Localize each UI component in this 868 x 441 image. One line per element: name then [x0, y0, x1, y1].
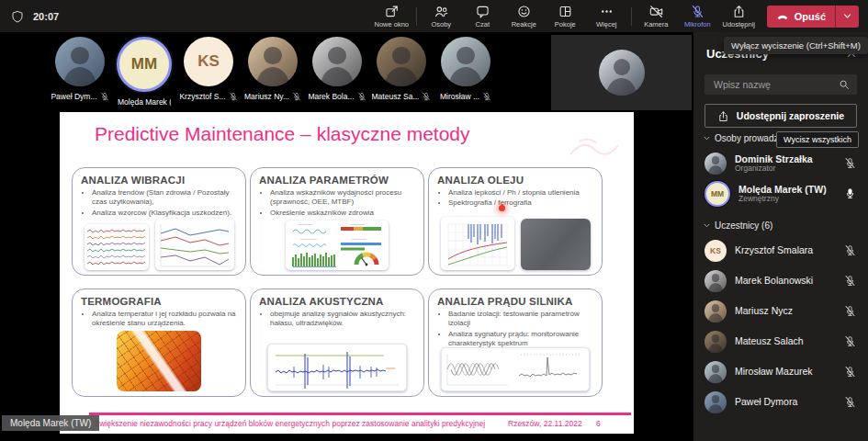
- avatar: [705, 391, 727, 413]
- avatar: [248, 37, 298, 86]
- participant-row-mateusz-salach[interactable]: Mateusz Salach: [693, 327, 868, 356]
- footer-divider: [89, 413, 631, 415]
- mic-off-icon[interactable]: [844, 244, 856, 256]
- avatar-initials: MM: [705, 181, 730, 207]
- box-title: ANALIZA OLEJU: [437, 175, 593, 186]
- participant-name: Mateusz Sa...: [372, 92, 420, 101]
- slide-box-termografia: TERMOGRAFIA Analiza temperatur i jej roz…: [72, 288, 246, 397]
- reactions-button[interactable]: Reakcje: [503, 0, 545, 32]
- avatar: [705, 153, 727, 175]
- search-input[interactable]: [712, 78, 833, 91]
- unmute-tooltip: Wyłącz wyciszenie (Ctrl+Shift+M): [724, 37, 868, 54]
- participant-name: Dominik Strzałka: [735, 153, 813, 164]
- rooms-button[interactable]: Pokoje: [545, 0, 586, 32]
- leave-options-button[interactable]: [835, 6, 859, 28]
- presenter-name-label: Molęda Marek (TW): [2, 415, 99, 431]
- mic-off-icon[interactable]: [844, 335, 856, 347]
- mic-off-icon[interactable]: [844, 275, 856, 287]
- participant-role: Organizator: [735, 164, 813, 174]
- participant-row-moleda-marek[interactable]: MM Molęda Marek (TW) Zewnętrzny: [693, 179, 868, 208]
- participant-row-dominik-strzalka[interactable]: Dominik Strzałka Organizator: [693, 149, 868, 177]
- box-title: TERMOGRAFIA: [81, 296, 237, 307]
- mic-off-icon: [100, 92, 109, 101]
- avatar-initials: MM: [117, 37, 172, 92]
- participant-row-krzysztof-smalara[interactable]: KS Krzysztof Smalara: [693, 236, 868, 265]
- mute-all-button[interactable]: Wycisz wszystkich: [776, 131, 859, 148]
- more-button[interactable]: Więcej: [586, 0, 627, 32]
- camera-off-icon: [649, 5, 663, 18]
- participant-name: Molęda Marek (TW): [738, 184, 827, 195]
- video-tile-krzysztof-smalara[interactable]: KS Krzysztof S...: [176, 37, 241, 107]
- mic-off-icon: [229, 92, 238, 101]
- share-button[interactable]: Udostępnij: [718, 0, 760, 32]
- avatar-initials: KS: [705, 240, 727, 262]
- video-tile-miroslaw-mazurek[interactable]: Mirosław ...: [434, 37, 498, 107]
- video-tile-moleda-marek[interactable]: MM Molęda Marek (...: [112, 37, 176, 107]
- video-tile-pawel-dymora[interactable]: Paweł Dym...: [48, 37, 112, 107]
- participants-panel: Uczestnicy Udostępnij zaproszenie Osoby …: [693, 32, 868, 441]
- avatar-initials: KS: [184, 37, 233, 86]
- search-box: [705, 74, 857, 95]
- mic-off-icon: [482, 92, 491, 101]
- avatar: [312, 37, 362, 86]
- participant-name: Mariusz Nycz: [735, 305, 793, 316]
- participant-row-miroslaw-mazurek[interactable]: Mirosław Mazurek: [693, 357, 868, 386]
- bullet: Analiza wzorców (Klasyfikacja uszkodzeń)…: [92, 209, 237, 218]
- participant-name: Molęda Marek (...: [118, 97, 171, 107]
- slide-box-analiza-oleju: ANALIZA OLEJU Analiza lepkości / Ph / st…: [428, 167, 603, 276]
- more-icon: [600, 5, 614, 18]
- avatar: [377, 37, 426, 86]
- current-signature-image: [441, 347, 590, 391]
- laser-pointer-dot: [499, 205, 505, 211]
- mic-off-icon: [422, 92, 431, 101]
- mic-off-icon[interactable]: [844, 157, 856, 169]
- mic-off-icon: [292, 92, 301, 101]
- participant-name: Paweł Dymora: [735, 396, 797, 407]
- mic-on-icon[interactable]: [844, 187, 856, 199]
- new-window-icon: [385, 5, 399, 18]
- mic-off-icon[interactable]: [844, 366, 856, 378]
- slide-title: Predictive Maintenance – klasyczne metod…: [95, 123, 470, 145]
- avatar: [55, 37, 105, 86]
- participant-row-mariusz-nycz[interactable]: Mariusz Nycz: [693, 297, 868, 325]
- video-tile-marek-bolanowski[interactable]: Marek Bola...: [305, 37, 369, 107]
- box-title: ANALIZA AKUSTYCZNA: [259, 296, 415, 307]
- new-window-button[interactable]: Nowe okno: [371, 0, 412, 32]
- slide-watermark: [567, 132, 631, 164]
- chevron-down-icon: [703, 221, 711, 230]
- slide-box-analiza-pradu-silnika: ANALIZA PRĄDU SILNIKA Badanie izolacji: …: [428, 288, 603, 397]
- search-icon: [839, 79, 850, 90]
- toolbar-divider: [416, 7, 417, 26]
- video-tile-mariusz-nycz[interactable]: Mariusz Ny...: [241, 37, 305, 107]
- people-icon: [434, 5, 448, 18]
- rooms-icon: [558, 5, 572, 18]
- people-button[interactable]: Osoby: [421, 0, 462, 32]
- oil-analysis-chart-image: [441, 217, 514, 270]
- participant-name: Krzysztof Smalara: [735, 244, 813, 255]
- main-video-tile[interactable]: [551, 35, 692, 110]
- bullet: Określenie wskaźników zdrowia: [270, 209, 415, 218]
- chat-button[interactable]: Czat: [462, 0, 503, 32]
- mic-off-icon: [357, 92, 366, 101]
- attendees-section-header[interactable]: Uczestnicy (6): [703, 220, 772, 231]
- participant-role: Zewnętrzny: [738, 195, 827, 204]
- vibration-waveforms-image: [85, 224, 149, 270]
- video-tile-mateusz-salach[interactable]: Mateusz Sa...: [369, 37, 434, 107]
- camera-button[interactable]: Kamera: [636, 0, 677, 32]
- participant-row-pawel-dymora[interactable]: Paweł Dymora: [693, 388, 868, 416]
- microphone-button[interactable]: Mikrofon: [677, 0, 718, 32]
- kpi-dashboard-image: [286, 220, 389, 270]
- chevron-down-icon: [842, 11, 852, 21]
- mic-off-icon: [691, 5, 705, 18]
- mic-off-icon[interactable]: [844, 305, 856, 317]
- participant-name: Mirosław Mazurek: [735, 366, 813, 377]
- share-invite-button[interactable]: Udostępnij zaproszenie: [705, 104, 857, 128]
- leave-button[interactable]: Opuść: [767, 6, 859, 28]
- participant-name: Mirosław ...: [440, 92, 479, 101]
- participant-name: Paweł Dym...: [51, 92, 96, 101]
- bullet: Analiza trendów (Stan zdrowia / Pozostał…: [92, 188, 237, 208]
- mic-off-icon[interactable]: [844, 396, 856, 408]
- meeting-toolbar: 20:07 Nowe okno Osoby Czat Reakcje Pokoj…: [0, 0, 868, 32]
- leave-label: Opuść: [795, 11, 826, 22]
- participant-row-marek-bolanowski[interactable]: Marek Bolanowski: [693, 266, 868, 295]
